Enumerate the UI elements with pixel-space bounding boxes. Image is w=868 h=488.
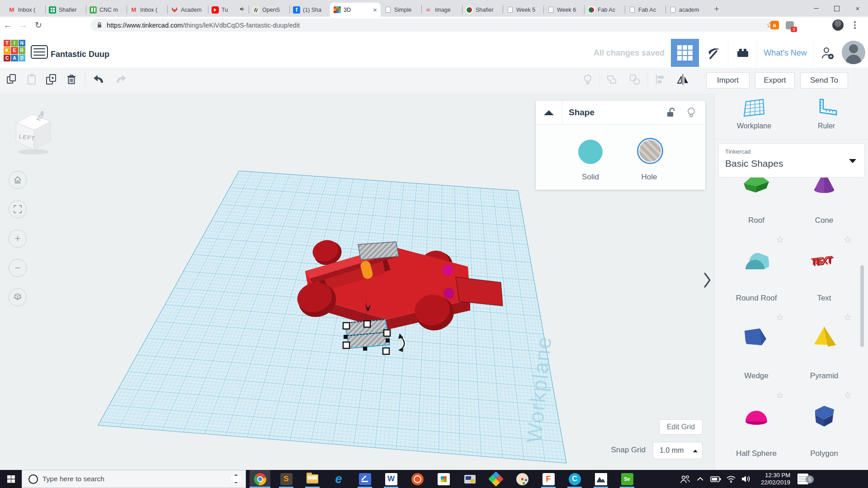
start-button[interactable] — [0, 470, 22, 488]
unlock-icon[interactable] — [665, 107, 676, 118]
taskbar-app-selenium[interactable] — [617, 470, 637, 488]
paste-button[interactable] — [25, 73, 38, 86]
taskbar-app-edge[interactable] — [328, 470, 349, 488]
blocks-mode-button[interactable] — [671, 39, 699, 67]
taskbar-app-camtasia[interactable] — [564, 470, 585, 488]
car-hole-box[interactable] — [358, 242, 399, 260]
taskbar-app-word[interactable] — [381, 470, 401, 488]
taskbar-app-explorer[interactable] — [302, 470, 323, 488]
design-title[interactable]: Fantastic Duup — [51, 50, 109, 59]
shape-item-pyramid[interactable]: ☆Pyramid — [790, 309, 858, 387]
ruler-tool[interactable]: Ruler — [793, 98, 860, 130]
browser-tab[interactable]: CNC m — [86, 3, 127, 17]
3d-viewport[interactable]: Workplane TOP LEFT + − — [0, 93, 714, 470]
browser-tab[interactable]: Academ — [167, 3, 208, 17]
scale-handle[interactable] — [343, 342, 349, 348]
tab-audio-icon[interactable] — [240, 6, 245, 13]
zoom-in-button[interactable]: + — [9, 230, 27, 248]
ungroup-button[interactable] — [628, 73, 641, 86]
taskbar-clock[interactable]: 12:30 PM 22/02/2019 — [756, 472, 790, 486]
browser-profile-avatar[interactable] — [832, 19, 844, 31]
group-button[interactable] — [606, 73, 618, 86]
redo-button[interactable] — [114, 73, 127, 86]
zoom-out-button[interactable]: − — [9, 259, 27, 277]
browser-tab[interactable]: Shafier — [45, 3, 86, 17]
favorite-star-icon[interactable]: ☆ — [776, 234, 784, 245]
solid-option-swatch[interactable] — [578, 140, 603, 164]
close-button[interactable]: × — [847, 0, 868, 17]
favorite-star-icon[interactable]: ☆ — [776, 312, 784, 323]
shape-item-polygon[interactable]: ☆Polygon — [790, 387, 858, 465]
minimize-button[interactable] — [806, 0, 826, 17]
browser-tab[interactable]: Tu — [208, 3, 249, 17]
view-cube[interactable]: TOP LEFT — [11, 108, 56, 155]
show-all-button[interactable] — [581, 73, 594, 86]
edge-handle[interactable] — [344, 335, 348, 339]
reload-button[interactable]: ↻ — [31, 20, 46, 30]
car-light-1[interactable] — [443, 265, 453, 276]
favorite-star-icon[interactable]: ☆ — [844, 312, 852, 323]
user-avatar[interactable] — [842, 41, 865, 64]
sidebar-scrollbar[interactable] — [860, 265, 864, 347]
browser-tab[interactable]: Inbox ( — [127, 3, 167, 17]
extension-icon[interactable]: 3 — [784, 19, 796, 31]
browser-tab[interactable]: 3D× — [330, 3, 381, 17]
favorite-star-icon[interactable]: ☆ — [776, 389, 784, 400]
browser-menu-button[interactable] — [848, 21, 862, 29]
favorite-star-icon[interactable]: ☆ — [844, 389, 852, 400]
task-view-button[interactable] — [226, 470, 246, 488]
browser-tab[interactable]: Inbox ( — [5, 3, 45, 17]
scale-handle[interactable] — [383, 348, 389, 354]
browser-tab[interactable]: Simple — [381, 3, 421, 17]
favorite-star-icon[interactable]: ☆ — [844, 234, 852, 245]
rotate-handle[interactable] — [398, 333, 404, 352]
url-bar[interactable]: https://www.tinkercad.com/things/leKiVdb… — [90, 19, 779, 32]
edit-grid-button[interactable]: Edit Grid — [659, 419, 703, 435]
browser-tab[interactable]: (1) Sha — [289, 3, 330, 17]
collapse-sidebar-chevron[interactable] — [703, 271, 712, 289]
tray-expand-chevron[interactable] — [693, 476, 708, 482]
hole-option-label[interactable]: Hole — [624, 173, 674, 182]
duplicate-button[interactable] — [45, 73, 58, 86]
back-button[interactable]: ← — [0, 20, 15, 30]
battery-icon[interactable] — [708, 474, 723, 483]
taskbar-app-scan[interactable] — [354, 470, 375, 488]
browser-tab[interactable]: Fab Ac — [625, 3, 665, 17]
workplane-tool[interactable]: Workplane — [720, 98, 788, 130]
home-view-button[interactable] — [9, 171, 27, 189]
tinkercad-logo[interactable]: TINKERCAD — [4, 40, 25, 61]
wifi-icon[interactable] — [723, 474, 739, 483]
car-spoiler[interactable] — [456, 277, 503, 306]
snap-grid-dropdown[interactable]: 1.0 mm — [653, 442, 703, 459]
shape-item-text[interactable]: ☆TEXTTEXTText — [790, 231, 858, 309]
perspective-toggle-button[interactable] — [9, 288, 27, 306]
taskbar-app-ubuntu[interactable] — [407, 470, 428, 488]
taskbar-app-photos[interactable] — [590, 470, 611, 488]
tab-close-button[interactable]: × — [373, 6, 377, 13]
delete-button[interactable] — [65, 73, 78, 86]
taskbar-app-store[interactable] — [433, 470, 454, 488]
forward-button[interactable]: → — [15, 20, 31, 30]
height-handle[interactable] — [364, 321, 370, 327]
browser-tab[interactable]: Image — [421, 3, 462, 17]
taskbar-app-paint[interactable] — [512, 470, 533, 488]
edge-handle[interactable] — [363, 347, 367, 351]
import-button[interactable]: Import — [706, 72, 750, 89]
hole-option-swatch[interactable] — [637, 138, 663, 164]
taskbar-app-chrome[interactable] — [250, 470, 270, 488]
fit-view-button[interactable] — [9, 200, 27, 218]
taskbar-search[interactable]: Type here to search — [22, 470, 246, 488]
taskbar-app-fusion[interactable] — [538, 470, 559, 488]
copy-button[interactable] — [5, 73, 18, 86]
maximize-button[interactable] — [826, 0, 847, 17]
browser-tab[interactable]: Fab Ac — [584, 3, 625, 17]
design-menu-icon[interactable] — [31, 45, 48, 59]
browser-tab[interactable]: Week 6 — [543, 3, 584, 17]
avast-extension-icon[interactable]: a — [769, 19, 780, 31]
people-icon[interactable] — [677, 474, 693, 484]
undo-button[interactable] — [92, 73, 105, 86]
invite-button[interactable] — [813, 39, 841, 67]
mirror-button[interactable] — [676, 73, 689, 86]
taskbar-app-remote[interactable] — [459, 470, 480, 488]
scale-handle[interactable] — [343, 323, 349, 329]
